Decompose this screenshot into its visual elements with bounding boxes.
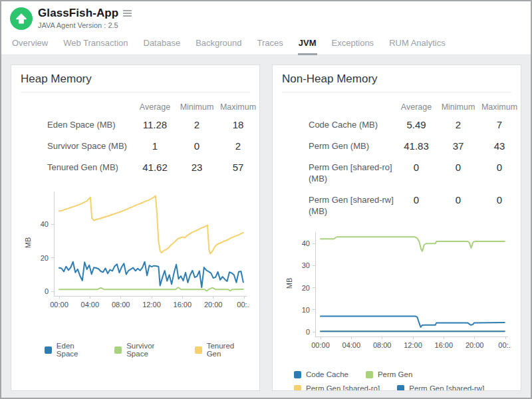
app-window: GlassFish-App JAVA Agent Version : 2.5 O…	[0, 0, 532, 399]
app-status-icon	[10, 7, 33, 30]
legend-item[interactable]: Survivor Space	[114, 342, 177, 358]
legend-item[interactable]: Perm Gen	[366, 370, 412, 378]
tab-database[interactable]: Database	[143, 35, 182, 55]
row-label: Code Cache (MB)	[282, 119, 395, 130]
value-maximum: 18	[217, 119, 259, 130]
agent-version-label: JAVA Agent Version : 2.5	[38, 21, 133, 29]
row-label: Perm Gen [shared-ro] (MB)	[282, 162, 395, 184]
svg-text:16:00: 16:00	[435, 341, 454, 349]
value-maximum: 7	[479, 119, 520, 130]
svg-text:00:..: 00:..	[237, 301, 250, 309]
row-label: Perm Gen [shared-rw] (MB)	[282, 194, 395, 217]
table-row: Eden Space (MB) 11.28 2 18	[21, 119, 259, 130]
value-maximum: 0	[479, 194, 520, 205]
value-average: 1	[134, 140, 176, 152]
tab-web-transaction[interactable]: Web Transaction	[63, 35, 128, 55]
heap-stats-table: Average Minimum Maximum Eden Space (MB) …	[21, 102, 259, 173]
svg-text:04:00: 04:00	[81, 301, 100, 309]
svg-text:00:00: 00:00	[311, 341, 330, 349]
legend-swatch	[195, 346, 202, 354]
row-label: Perm Gen (MB)	[282, 140, 395, 152]
jvm-content-area: Heap Memory Average Minimum Maximum Eden…	[1, 55, 531, 398]
heap-chart-legend: Eden Space Survivor Space Tenured Gen	[45, 342, 250, 358]
column-header-maximum: Maximum	[217, 102, 259, 113]
column-header-average: Average	[395, 102, 438, 113]
svg-text:20: 20	[302, 284, 310, 292]
legend-swatch	[114, 346, 122, 354]
table-row: Code Cache (MB) 5.49 2 7	[282, 119, 520, 130]
value-maximum: 57	[217, 162, 259, 173]
tab-rum-analytics[interactable]: RUM Analytics	[388, 35, 446, 55]
svg-text:20:00: 20:00	[466, 341, 484, 349]
row-label: Tenured Gen (MB)	[21, 162, 134, 173]
legend-item[interactable]: Perm Gen [shared-rw]	[397, 384, 484, 391]
legend-swatch	[397, 385, 404, 392]
tab-jvm[interactable]: JVM	[298, 35, 317, 55]
svg-text:20: 20	[41, 254, 49, 262]
svg-text:0: 0	[45, 287, 49, 295]
value-maximum: 0	[479, 162, 520, 173]
legend-item[interactable]: Tenured Gen	[195, 342, 250, 358]
svg-text:MB: MB	[285, 278, 293, 289]
value-minimum: 23	[176, 162, 217, 173]
legend-item[interactable]: Perm Gen [shared-ro]	[294, 384, 380, 391]
value-average: 41.83	[395, 140, 438, 152]
tab-background[interactable]: Background	[195, 35, 242, 55]
svg-text:08:00: 08:00	[112, 301, 130, 309]
table-header-row: Average Minimum Maximum	[282, 102, 520, 113]
svg-text:16:00: 16:00	[174, 301, 192, 309]
value-minimum: 0	[438, 162, 479, 173]
non-heap-memory-panel: Non-Heap Memory Average Minimum Maximum …	[272, 65, 521, 391]
legend-item[interactable]: Eden Space	[45, 342, 97, 358]
column-header-average: Average	[134, 102, 176, 113]
row-label: Survivor Space (MB)	[21, 140, 134, 152]
non-heap-memory-chart[interactable]: 01020304000:0004:0008:0012:0016:0020:000…	[282, 227, 511, 361]
non-heap-chart-legend: Code Cache Perm Gen Perm Gen [shared-ro]…	[294, 370, 511, 391]
svg-text:0: 0	[306, 328, 310, 336]
column-header-minimum: Minimum	[176, 102, 217, 113]
value-minimum: 0	[438, 194, 479, 205]
value-minimum: 0	[176, 140, 217, 152]
value-average: 0	[395, 194, 438, 205]
svg-text:00:..: 00:..	[498, 341, 511, 349]
svg-text:08:00: 08:00	[373, 341, 392, 349]
value-maximum: 2	[217, 140, 259, 152]
legend-swatch	[366, 371, 373, 378]
tab-exceptions[interactable]: Exceptions	[331, 35, 375, 55]
heap-memory-panel: Heap Memory Average Minimum Maximum Eden…	[11, 65, 260, 391]
svg-text:MB: MB	[24, 237, 32, 249]
non-heap-stats-table: Average Minimum Maximum Code Cache (MB) …	[282, 102, 520, 217]
value-average: 41.62	[134, 162, 176, 173]
tab-traces[interactable]: Traces	[257, 35, 284, 55]
svg-text:12:00: 12:00	[142, 301, 161, 309]
value-average: 11.28	[134, 119, 176, 130]
app-title: GlassFish-App	[38, 7, 118, 20]
tab-overview[interactable]: Overview	[11, 35, 49, 55]
table-row: Survivor Space (MB) 1 0 2	[21, 140, 259, 152]
column-header-minimum: Minimum	[438, 102, 479, 113]
svg-text:20:00: 20:00	[204, 301, 223, 309]
svg-text:40: 40	[41, 220, 49, 228]
value-average: 5.49	[395, 119, 438, 130]
legend-swatch	[294, 371, 301, 378]
hamburger-menu-icon[interactable]	[122, 9, 133, 18]
table-row: Tenured Gen (MB) 41.62 23 57	[21, 162, 259, 173]
heap-memory-chart[interactable]: 0204000:0004:0008:0012:0016:0020:0000:..…	[21, 186, 250, 321]
column-header-maximum: Maximum	[479, 102, 520, 113]
app-header: GlassFish-App JAVA Agent Version : 2.5	[1, 1, 531, 31]
table-header-row: Average Minimum Maximum	[21, 102, 259, 113]
value-maximum: 43	[479, 140, 520, 152]
row-label: Eden Space (MB)	[21, 119, 134, 130]
heap-memory-chart-svg[interactable]: 0204000:0004:0008:0012:0016:0020:0000:..…	[21, 186, 250, 318]
svg-text:40: 40	[302, 239, 310, 247]
value-minimum: 2	[438, 119, 479, 130]
svg-text:04:00: 04:00	[342, 341, 361, 349]
up-arrow-icon	[15, 12, 28, 25]
svg-text:10: 10	[302, 306, 310, 314]
legend-item[interactable]: Code Cache	[294, 370, 348, 378]
panel-title: Non-Heap Memory	[282, 72, 511, 92]
non-heap-memory-chart-svg[interactable]: 01020304000:0004:0008:0012:0016:0020:000…	[282, 227, 511, 358]
svg-text:12:00: 12:00	[404, 341, 422, 349]
value-minimum: 2	[176, 119, 217, 130]
value-minimum: 37	[438, 140, 479, 152]
